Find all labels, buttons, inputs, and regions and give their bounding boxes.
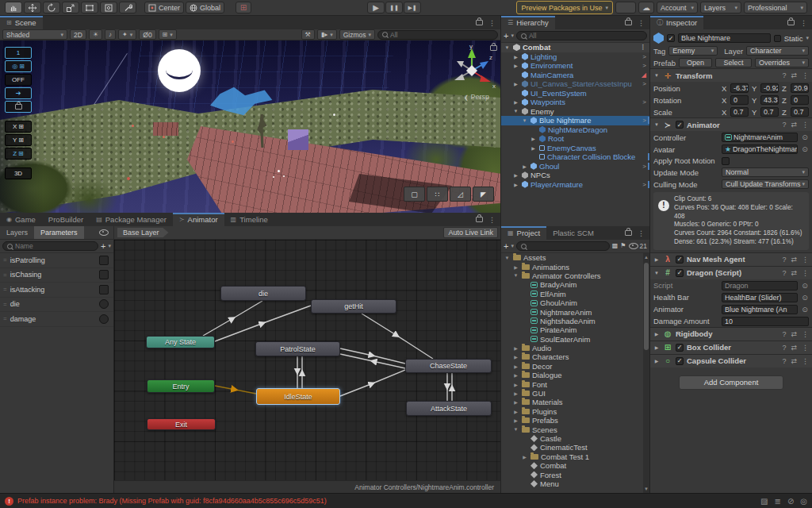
pivot-mode-button[interactable]: Center [144, 2, 184, 13]
project-item[interactable]: ▶ Characters [501, 352, 649, 361]
scale-tool-button[interactable] [62, 2, 79, 13]
animator-state-patrolstate[interactable]: PatrolState [255, 341, 340, 356]
help-icon[interactable]: ? [782, 344, 786, 352]
persp-label[interactable]: ❮ Persp [464, 93, 489, 101]
box-collider-header[interactable]: ▶⊞ ✓ Box Collider ?⇄⋮ [650, 341, 812, 354]
culling-mode-dropdown[interactable]: Cull Update Transforms▾ [722, 179, 809, 189]
add-parameter-button[interactable]: + [101, 242, 105, 251]
foldout-icon[interactable]: ▼ [504, 45, 511, 50]
chevron-down-icon[interactable]: ▾ [108, 243, 111, 249]
project-item[interactable]: ▶ Plugins [501, 407, 649, 416]
object-name-field[interactable]: Blue Nightmare [678, 33, 771, 43]
enabled-checkbox[interactable]: ✓ [676, 344, 684, 352]
project-item[interactable]: Castle [501, 434, 649, 443]
eye-icon[interactable] [99, 229, 109, 236]
hierarchy-item[interactable]: ▶ Environment > [501, 61, 649, 71]
tab-timeline[interactable]: ▥Timeline [224, 213, 274, 226]
hierarchy-item[interactable]: ▼ Blue Nightmare > [501, 116, 649, 125]
hierarchy-item[interactable]: ▶ Waypoints > [501, 98, 649, 107]
prefab-open-arrow[interactable]: > [642, 80, 649, 87]
presets-icon[interactable]: ⇄ [791, 357, 797, 365]
tab-hierarchy[interactable]: ☰Hierarchy [501, 16, 555, 29]
position-z-field[interactable]: 20.984 [791, 83, 809, 93]
foldout-icon[interactable]: ▶ [512, 54, 519, 60]
object-picker-icon[interactable]: ⊙ [801, 294, 809, 302]
status-bar[interactable]: ! Prefab instance problem: Brady (Missin… [0, 493, 812, 508]
project-item[interactable]: CinematicTest [501, 443, 649, 452]
prefab-open-arrow[interactable]: > [642, 62, 649, 69]
cloud-button[interactable]: ☁ [638, 2, 654, 13]
lock-icon[interactable] [476, 217, 483, 222]
scroll-down-icon[interactable]: ▼ [644, 487, 649, 491]
static-checkbox[interactable] [774, 35, 781, 42]
help-icon[interactable]: ? [782, 256, 786, 264]
lock-icon[interactable] [625, 230, 632, 236]
controller-field[interactable]: NightmareAnim [722, 133, 798, 142]
foldout-icon[interactable]: ▶ [512, 399, 519, 405]
project-item[interactable]: ▶ Materials [501, 398, 649, 406]
animator-state-gethit[interactable]: getHit [311, 299, 396, 314]
project-item[interactable]: ▶ Combat Test 1 [501, 452, 649, 461]
progrids-snap-value[interactable]: 1 [5, 47, 32, 59]
progrids-y-button[interactable]: Y⊞ [5, 134, 32, 146]
menu-icon[interactable]: ⋮ [638, 19, 645, 27]
enabled-checkbox[interactable]: ✓ [676, 269, 684, 277]
dragon-script-header[interactable]: ▼# ✓ Dragon (Script) ?⇄⋮ [650, 266, 812, 279]
foldout-icon[interactable]: ▶ [512, 81, 519, 87]
navmesh-component-header[interactable]: ▶λ ✓ Nav Mesh Agent ?⇄⋮ [650, 252, 812, 266]
animator-ref-field[interactable]: Blue Nightmare (An [722, 305, 798, 314]
grid-snap-button[interactable]: ⊞ [236, 2, 251, 13]
layers-dropdown[interactable]: Layers▾ [700, 2, 741, 13]
progrids-z-button[interactable]: Z⊞ [5, 148, 32, 160]
position-x-field[interactable]: -6.374 [730, 83, 749, 93]
scene-viewport[interactable]: 1 ◎⊞ OFF ➔ X⊞ Y⊞ Z⊞ 3D [0, 40, 500, 213]
menu-icon[interactable]: ⋮ [802, 121, 809, 129]
project-item[interactable]: ▶ Audio [501, 344, 649, 352]
hierarchy-item[interactable]: ▼ Enemy [501, 107, 649, 117]
custom-tool-button[interactable] [119, 2, 136, 13]
enabled-checkbox[interactable]: ✓ [676, 357, 684, 365]
move-tool-button[interactable] [24, 2, 41, 13]
hierarchy-item[interactable]: NightMareDragon [501, 125, 649, 135]
object-mode-button[interactable]: ▢ [404, 187, 425, 202]
object-picker-icon[interactable]: ⊙ [801, 145, 809, 153]
project-item[interactable]: Menu [501, 479, 649, 488]
prefab-open-arrow[interactable]: ⋮ [640, 44, 649, 51]
presets-icon[interactable]: ⇄ [791, 256, 797, 264]
help-icon[interactable]: ? [782, 121, 786, 129]
object-picker-icon[interactable]: ⊙ [801, 133, 809, 141]
hierarchy-item[interactable]: ▶ Root [501, 134, 649, 144]
tab-package-manager[interactable]: ▤Package Manager [90, 213, 173, 226]
cache-server-icon[interactable]: ≣ [774, 497, 780, 506]
hierarchy-item[interactable]: MainCamera ◢ [501, 71, 649, 80]
scrollbar-thumb[interactable] [644, 263, 649, 350]
foldout-icon[interactable]: ▶ [521, 454, 528, 460]
prefab-open-button[interactable]: Open [679, 58, 712, 67]
face-mode-button[interactable]: ◤ [473, 187, 494, 202]
scroll-up-icon[interactable]: ▲ [644, 255, 649, 260]
drag-handle-icon[interactable]: = [3, 286, 7, 293]
hierarchy-search-input[interactable]: All [516, 31, 647, 40]
enabled-checkbox[interactable]: ✓ [676, 121, 684, 129]
progrids-lock-button[interactable] [5, 101, 32, 113]
project-item[interactable]: NightmareAnim [501, 307, 649, 316]
lock-icon[interactable] [476, 20, 483, 25]
pause-button[interactable]: ❚❚ [385, 2, 403, 13]
drag-handle-icon[interactable]: = [3, 256, 7, 264]
foldout-icon[interactable]: ▶ [512, 354, 519, 360]
gizmo-lock-icon[interactable] [490, 44, 497, 52]
parameter-value-control[interactable] [99, 270, 109, 279]
damage-amount-field[interactable]: 10 [722, 317, 809, 326]
edge-mode-button[interactable]: ◿ [450, 187, 471, 202]
menu-icon[interactable]: ⋮ [802, 71, 809, 79]
rect-tool-button[interactable] [81, 2, 98, 13]
chevron-down-icon[interactable]: ▾ [806, 35, 809, 41]
hidden-count-button[interactable]: 21 [629, 242, 647, 250]
undo-history-button[interactable] [615, 2, 636, 13]
project-item[interactable]: ▶ Decor [501, 362, 649, 371]
scale-y-field[interactable]: 0.7 [760, 107, 779, 117]
tab-project[interactable]: ▦Project [501, 226, 546, 240]
shading-dropdown[interactable]: Shaded▾ [2, 29, 67, 40]
collab-disabled-icon[interactable]: ⊘ [787, 497, 794, 506]
rotation-y-field[interactable]: 43.382 [760, 95, 779, 105]
